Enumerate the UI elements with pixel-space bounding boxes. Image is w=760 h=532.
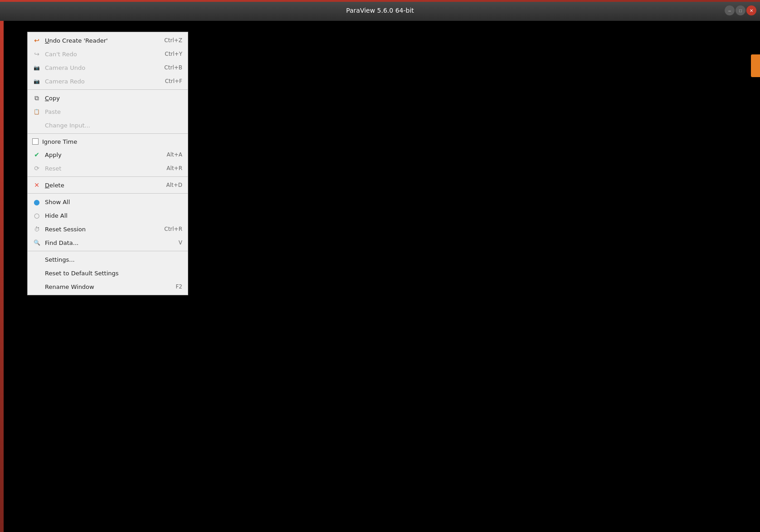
change-input-label: Change Input... [45,122,182,129]
show-all-label: Show All [45,199,182,205]
separator-3 [28,176,188,177]
separator-1 [28,89,188,90]
reset-session-label: Reset Session [45,226,155,233]
paste-icon: 📋 [32,107,41,116]
context-menu: ↩ Undo Create 'Reader' Ctrl+Z ↪ Can't Re… [27,32,188,295]
menu-item-rename-window[interactable]: Rename Window F2 [28,280,188,293]
menu-item-ignore-time[interactable]: Ignore Time [28,135,188,148]
menu-item-camera-redo: 📷 Camera Redo Ctrl+F [28,74,188,88]
separator-5 [28,251,188,251]
separator-4 [28,193,188,194]
ignore-time-label: Ignore Time [42,138,182,145]
redo-shortcut: Ctrl+Y [165,51,182,57]
delete-icon: ✕ [32,181,41,190]
separator-2 [28,133,188,134]
change-input-icon [32,121,41,130]
camera-redo-label: Camera Redo [45,78,156,85]
apply-icon: ✔ [32,150,41,159]
settings-icon [32,255,41,264]
reset-shortcut: Alt+R [166,165,182,171]
reset-icon: ⟳ [32,164,41,173]
find-data-shortcut: V [179,239,182,246]
show-all-icon: ● [32,197,41,206]
menu-item-find-data[interactable]: 🔍 Find Data... V [28,236,188,249]
menu-item-camera-undo: 📷 Camera Undo Ctrl+B [28,61,188,74]
close-button[interactable]: ✕ [746,5,756,15]
reset-default-label: Reset to Default Settings [45,270,182,277]
menu-item-undo[interactable]: ↩ Undo Create 'Reader' Ctrl+Z [28,34,188,47]
find-data-label: Find Data... [45,239,170,246]
menu-item-show-all[interactable]: ● Show All [28,195,188,209]
paste-label: Paste [45,108,173,115]
menu-item-paste: 📋 Paste [28,105,188,118]
right-panel-button[interactable] [751,54,760,77]
menu-item-copy[interactable]: ⧉ Copy [28,91,188,105]
apply-label: Apply [45,151,157,158]
find-data-icon: 🔍 [32,238,41,247]
hide-all-icon: ○ [32,211,41,220]
camera-undo-label: Camera Undo [45,64,155,71]
delete-shortcut: Alt+D [166,182,182,188]
delete-label: Delete [45,182,157,189]
menu-item-reset: ⟳ Reset Alt+R [28,161,188,175]
menu-item-redo: ↪ Can't Redo Ctrl+Y [28,47,188,61]
copy-icon: ⧉ [32,93,41,102]
reset-default-icon [32,268,41,278]
maximize-button[interactable]: □ [736,5,745,15]
reset-session-shortcut: Ctrl+R [164,226,182,232]
ignore-time-checkbox[interactable] [32,138,39,145]
camera-undo-icon: 📷 [32,63,41,72]
window-controls: – □ ✕ [725,5,756,15]
camera-redo-shortcut: Ctrl+F [165,78,182,84]
rename-window-shortcut: F2 [175,283,182,290]
menu-item-delete[interactable]: ✕ Delete Alt+D [28,178,188,192]
minimize-button[interactable]: – [725,5,735,15]
window-title: ParaView 5.6.0 64-bit [346,7,414,14]
apply-shortcut: Alt+A [166,151,182,158]
rename-window-icon [32,282,41,291]
redo-label: Can't Redo [45,51,156,58]
left-sidebar-strip [0,21,4,532]
menu-item-hide-all[interactable]: ○ Hide All [28,209,188,222]
menu-item-change-input: Change Input... [28,118,188,132]
menu-item-reset-default[interactable]: Reset to Default Settings [28,266,188,280]
undo-label: Undo Create 'Reader' [45,37,155,44]
redo-icon: ↪ [32,49,41,59]
camera-redo-icon: 📷 [32,77,41,86]
title-bar: ParaView 5.6.0 64-bit – □ ✕ [0,0,760,21]
settings-label: Settings... [45,256,182,263]
menu-item-apply[interactable]: ✔ Apply Alt+A [28,148,188,161]
hide-all-label: Hide All [45,212,182,219]
undo-shortcut: Ctrl+Z [164,37,182,44]
menu-item-reset-session[interactable]: ⏱ Reset Session Ctrl+R [28,222,188,236]
undo-icon: ↩ [32,36,41,45]
camera-undo-shortcut: Ctrl+B [164,64,182,71]
reset-session-icon: ⏱ [32,225,41,234]
rename-window-label: Rename Window [45,283,166,290]
reset-label: Reset [45,165,157,172]
copy-label: Copy [45,95,173,102]
menu-item-settings[interactable]: Settings... [28,253,188,266]
